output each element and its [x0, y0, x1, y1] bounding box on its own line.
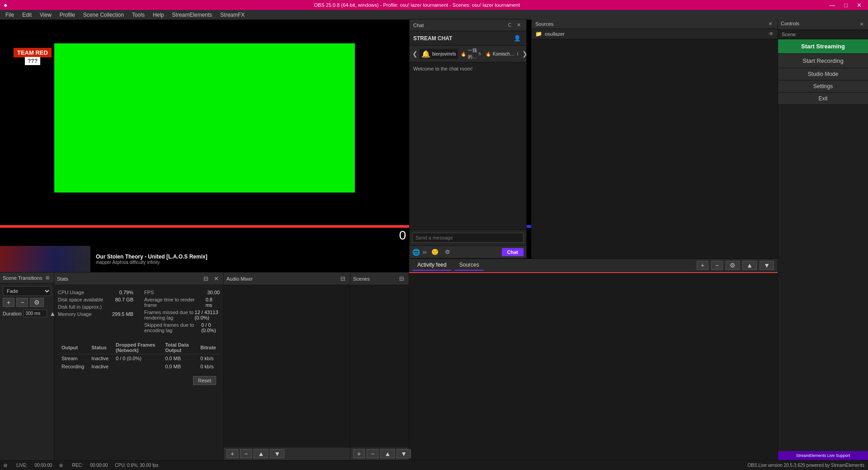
skipped-frames-row: Skipped frames due to encoding lag 0 / 0…	[144, 321, 220, 334]
chat-send-button[interactable]: Chat	[502, 248, 524, 256]
scenes-icon-btn[interactable]: ⊟	[397, 274, 406, 283]
menu-file[interactable]: File	[2, 11, 18, 19]
transition-settings-btn[interactable]: ⚙	[30, 298, 44, 307]
audio-down-btn[interactable]: ▼	[270, 449, 284, 458]
studio-mode-button[interactable]: Studio Mode	[778, 68, 868, 80]
controls-title: Controls	[781, 21, 799, 28]
sources-header: Sources ✕	[532, 19, 778, 29]
chat-input[interactable]	[412, 233, 524, 243]
menu-streamfx[interactable]: StreamFX	[217, 11, 248, 19]
avg-render-row: Average time to render frame 0.8 ms	[144, 296, 220, 309]
sources-content	[532, 39, 778, 258]
live-time: 00:00:00	[34, 463, 52, 468]
sources-title: Sources	[535, 21, 553, 27]
scene-remove-btn[interactable]: −	[367, 449, 378, 458]
audio-add-btn[interactable]: +	[226, 449, 238, 458]
menu-scene-collection[interactable]: Scene Collection	[80, 11, 127, 19]
audio-mixer-panel: Audio Mixer ⊟ + − ▲ ▼	[224, 272, 350, 460]
sources-item-row[interactable]: 📁 osullazer 👁	[532, 29, 778, 39]
scene-transitions-icon-btn[interactable]: ⊞	[44, 274, 51, 281]
sources-up-btn[interactable]: ▲	[742, 261, 757, 270]
menu-tools[interactable]: Tools	[128, 11, 148, 19]
chat-settings-icon[interactable]: 👤	[512, 34, 523, 42]
streamelements-tab-row: Activity feed Sources + − ⚙ ▲ ▼	[409, 258, 778, 272]
sources-folder-icon: 📁	[535, 31, 542, 37]
channel-prev-btn[interactable]: ❮	[411, 50, 419, 57]
scene-transitions-label: Scene Transitions	[3, 275, 42, 281]
start-recording-button[interactable]: Start Recording	[778, 54, 868, 68]
chat-channel-user1[interactable]: 🔔 bienjovimrls	[420, 49, 458, 59]
transition-select[interactable]: Fade	[3, 286, 51, 296]
titlebar-icon: ●	[4, 1, 7, 9]
reset-button[interactable]: Reset	[193, 376, 216, 385]
channel-next-btn[interactable]: ❯	[521, 50, 526, 57]
chat-welcome-message: Welcome to the chat room!	[413, 66, 523, 71]
chat-gear-btn[interactable]: ⚙	[443, 248, 452, 256]
col-status: Status	[88, 341, 112, 354]
menu-profile[interactable]: Profile	[56, 11, 79, 19]
fps-row: FPS 30.00	[144, 289, 220, 296]
chat-infinity-icon: ∞	[423, 249, 427, 255]
green-screen	[54, 43, 355, 193]
sources-eye-icon[interactable]: 👁	[769, 31, 774, 37]
scene-transitions-panel: Scene Transitions ⊞ Fade + − ⚙ Duration …	[0, 272, 54, 460]
menu-edit[interactable]: Edit	[19, 11, 35, 19]
stats-col-render: FPS 30.00 Average time to render frame 0…	[144, 289, 220, 334]
status-dot-live	[4, 464, 7, 467]
chat-panel: Chat C ✕ STREAM CHAT 👤 ❮ 🔔 bienjovimrls …	[409, 19, 527, 258]
menu-view[interactable]: View	[36, 11, 55, 19]
audio-remove-btn[interactable]: −	[240, 449, 252, 458]
menu-help[interactable]: Help	[149, 11, 168, 19]
sources-down-btn[interactable]: ▼	[760, 261, 774, 270]
controls-icon-btn[interactable]: ✕	[858, 21, 865, 28]
stats-close-btn[interactable]: ✕	[212, 274, 221, 283]
audio-mixer-label: Audio Mixer	[226, 276, 253, 282]
stats-label: Stats	[57, 276, 68, 282]
scene-add-btn[interactable]: +	[353, 449, 365, 458]
tab-sources[interactable]: Sources	[455, 260, 484, 271]
streamelements-support-button[interactable]: StreamElements Live Support	[778, 451, 868, 460]
sources-remove-btn[interactable]: −	[711, 261, 723, 270]
sources-add-btn[interactable]: +	[697, 261, 708, 270]
col-bitrate: Bitrate	[197, 341, 220, 354]
tab-activity-feed[interactable]: Activity feed	[413, 260, 451, 271]
chat-channel-user3[interactable]: 🔥 Komisch… 1	[484, 51, 520, 57]
duration-input[interactable]	[24, 310, 47, 317]
audio-mixer-icon-btn[interactable]: ⊟	[339, 274, 347, 283]
live-label: LIVE:	[16, 463, 27, 468]
chat-channel-user2[interactable]: 🔥 一我的… 5	[459, 47, 483, 61]
cpu-usage-row: CPU Usage 0.79%	[58, 289, 133, 296]
scene-up-btn[interactable]: ▲	[380, 449, 395, 458]
col-output: Output	[58, 341, 88, 354]
titlebar-controls: — □ ✕	[826, 2, 864, 9]
scenes-list	[350, 285, 409, 447]
minimize-button[interactable]: —	[826, 2, 838, 9]
stream-chat-header: STREAM CHAT 👤	[410, 31, 526, 46]
missed-frames-row: Frames missed due to rendering lag 12 / …	[144, 309, 220, 321]
sources-close-icon[interactable]: ✕	[767, 20, 774, 27]
chat-close-btn[interactable]: ✕	[515, 21, 523, 29]
transition-remove-btn[interactable]: −	[16, 298, 28, 307]
scene-transitions-header: Scene Transitions ⊞	[0, 273, 54, 283]
maximize-button[interactable]: □	[841, 2, 850, 9]
stats-maximize-btn[interactable]: ⊟	[202, 274, 210, 283]
controls-panel: Controls ✕ Scene Start Streaming Start R…	[778, 19, 868, 470]
chat-emoji-btn[interactable]: 🙂	[429, 248, 440, 256]
close-button[interactable]: ✕	[854, 2, 864, 9]
chat-globe-icon: 🌐	[412, 249, 420, 256]
rec-time: 00:00:00	[90, 463, 108, 468]
chat-refresh-icon[interactable]: C	[506, 21, 513, 29]
scene-down-btn[interactable]: ▼	[396, 449, 411, 458]
menu-streamelements[interactable]: StreamElements	[169, 11, 216, 19]
exit-button[interactable]: Exit	[778, 93, 868, 105]
transition-add-btn[interactable]: +	[3, 298, 14, 307]
sources-gear-btn[interactable]: ⚙	[726, 261, 740, 270]
audio-up-btn[interactable]: ▲	[254, 449, 268, 458]
settings-button[interactable]: Settings	[778, 80, 868, 93]
chat-title: Chat	[413, 23, 424, 28]
titlebar: ● OBS 25.0.8 (64-bit, windows) - Profile…	[0, 0, 868, 10]
scene-label: Scene	[778, 30, 868, 39]
scenes-header: Scenes ⊟	[350, 273, 409, 285]
start-streaming-button[interactable]: Start Streaming	[778, 39, 868, 54]
titlebar-title: OBS 25.0.8 (64-bit, windows) - Profile: …	[314, 2, 520, 8]
